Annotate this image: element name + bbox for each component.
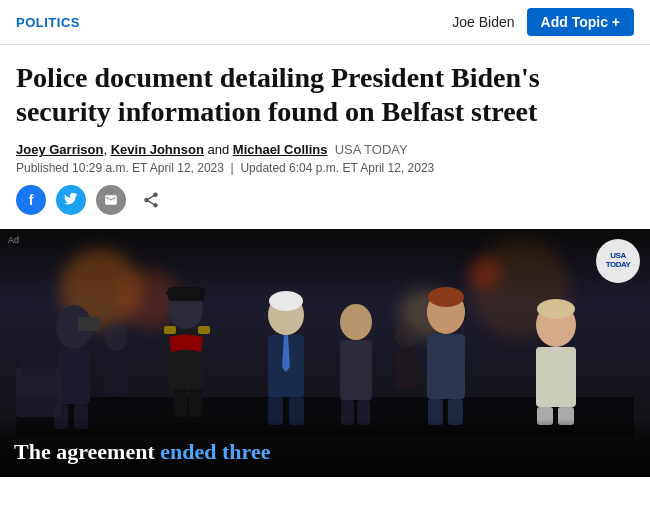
social-row: f — [16, 185, 634, 215]
category-link[interactable]: POLITICS — [16, 15, 80, 30]
author-2[interactable]: Kevin Johnson — [111, 142, 204, 157]
authors-line: Joey Garrison, Kevin Johnson and Michael… — [16, 142, 634, 157]
author-3[interactable]: Michael Collins — [233, 142, 328, 157]
author-1[interactable]: Joey Garrison — [16, 142, 103, 157]
svg-point-35 — [395, 322, 417, 348]
svg-rect-9 — [198, 326, 210, 334]
topic-label: Joe Biden — [452, 14, 514, 30]
svg-point-33 — [104, 323, 128, 351]
published-line: Published 10:29 a.m. ET April 12, 2023 |… — [16, 161, 634, 175]
svg-rect-30 — [536, 347, 576, 407]
svg-rect-25 — [427, 334, 465, 399]
svg-rect-11 — [189, 389, 202, 417]
header-right: Joe Biden Add Topic + — [452, 8, 634, 36]
email-icon — [104, 193, 118, 207]
updated-date: Updated 6:04 p.m. ET April 12, 2023 — [240, 161, 434, 175]
ad-label: Ad — [8, 235, 19, 245]
share-icon — [142, 191, 160, 209]
source-label: USA TODAY — [331, 142, 408, 157]
caption-text: The agreement ended three — [14, 439, 636, 465]
scene: USA TODAY Ad The agreement ended three — [0, 229, 650, 477]
caption-overlay: The agreement ended three — [0, 419, 650, 477]
svg-rect-20 — [340, 340, 372, 400]
crowd-svg — [0, 237, 650, 437]
svg-rect-8 — [164, 326, 176, 334]
email-share-button[interactable] — [96, 185, 126, 215]
add-topic-button[interactable]: Add Topic + — [527, 8, 634, 36]
svg-point-24 — [428, 287, 464, 307]
svg-point-19 — [340, 304, 372, 340]
svg-point-15 — [269, 291, 303, 311]
svg-rect-2 — [58, 349, 90, 404]
facebook-share-button[interactable]: f — [16, 185, 46, 215]
article-title: Police document detailing President Bide… — [16, 61, 634, 128]
share-button[interactable] — [136, 185, 166, 215]
svg-rect-34 — [104, 351, 128, 396]
svg-rect-13 — [168, 287, 204, 301]
caption-highlight: ended three — [160, 439, 270, 464]
svg-rect-5 — [78, 317, 100, 331]
svg-rect-10 — [174, 389, 187, 417]
svg-rect-36 — [395, 348, 417, 390]
header-bar: POLITICS Joe Biden Add Topic + — [0, 0, 650, 45]
media-container: USA TODAY Ad The agreement ended three — [0, 229, 650, 477]
twitter-share-button[interactable] — [56, 185, 86, 215]
svg-rect-38 — [21, 357, 56, 377]
svg-point-29 — [537, 299, 575, 319]
twitter-icon — [64, 193, 78, 207]
article-content: Police document detailing President Bide… — [0, 45, 650, 215]
usa-today-watermark: USA TODAY — [596, 239, 640, 283]
published-date: Published 10:29 a.m. ET April 12, 2023 — [16, 161, 224, 175]
